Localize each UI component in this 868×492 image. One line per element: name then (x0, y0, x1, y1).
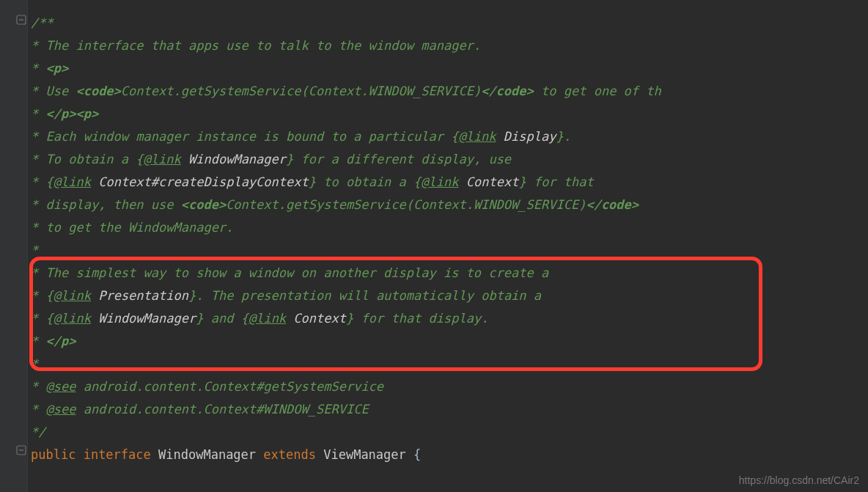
link-tag: @link (249, 311, 286, 326)
javadoc-line: * (31, 106, 45, 121)
link-tag: @link (458, 129, 496, 144)
javadoc-text: to get one of th (534, 84, 661, 98)
brace: { (45, 175, 53, 189)
fold-minus-icon[interactable] (16, 444, 26, 454)
link-tag: @link (54, 311, 91, 326)
html-tag: <code> (76, 84, 120, 98)
javadoc-line: * (31, 334, 45, 348)
javadoc-line: * (31, 356, 38, 371)
code-ref: Context.getSystemService(Context.WINDOW_… (226, 197, 586, 212)
javadoc-text: to obtain a (316, 175, 413, 189)
keyword-extends: extends (263, 447, 323, 462)
sp (91, 175, 98, 189)
link-tag: @link (421, 175, 458, 189)
code-editor[interactable]: /** * The interface that apps use to tal… (31, 12, 868, 466)
sp (459, 175, 466, 189)
javadoc-line: * (31, 379, 45, 394)
sp (76, 402, 83, 416)
link-target: WindowManager (188, 152, 286, 166)
super-class: ViewManager (323, 447, 413, 462)
brace: { (45, 311, 53, 326)
brace: { (451, 129, 458, 144)
keyword-interface: interface (84, 447, 158, 462)
javadoc-text: for that display. (353, 311, 488, 326)
fold-minus-icon[interactable] (16, 13, 26, 23)
javadoc-line: * (31, 175, 45, 189)
sp (91, 311, 98, 326)
brace: } (309, 175, 316, 189)
javadoc-text: for a different display, use (293, 152, 511, 166)
html-tag: <code> (181, 197, 226, 212)
see-tag: @see (45, 402, 76, 416)
javadoc-line: * The simplest way to show a window on a… (31, 265, 548, 280)
watermark-text: https://blog.csdn.net/CAir2 (739, 474, 859, 486)
javadoc-line: * (31, 311, 45, 326)
brace: } (196, 311, 203, 326)
javadoc-line: * Use (31, 84, 76, 98)
see-target: android.content.Context#WINDOW_SERVICE (84, 402, 369, 416)
javadoc-line: * (31, 61, 45, 76)
link-target: Presentation (98, 288, 188, 303)
brace: { (45, 288, 53, 303)
javadoc-close: */ (31, 425, 45, 439)
brace: } (556, 129, 564, 144)
link-target: Context (293, 311, 346, 326)
sp (91, 288, 98, 303)
html-tag: </p><p> (45, 106, 98, 121)
link-target: Context#createDisplayContext (98, 175, 309, 189)
javadoc-text: . The presentation will automatically ob… (196, 288, 541, 303)
brace: { (413, 175, 421, 189)
link-tag: @link (144, 152, 181, 166)
sp (76, 379, 83, 394)
html-tag: </code> (586, 197, 639, 212)
code-ref: Context.getSystemService(Context.WINDOW_… (121, 84, 481, 98)
link-tag: @link (54, 288, 91, 303)
javadoc-line: * (31, 288, 45, 303)
javadoc-line: * The interface that apps use to talk to… (31, 38, 481, 53)
javadoc-open: /** (31, 15, 54, 30)
brace: } (286, 152, 293, 166)
html-tag: </code> (481, 84, 534, 98)
javadoc-line: * display, then use (31, 197, 181, 212)
link-tag: @link (54, 175, 91, 189)
sp (496, 129, 504, 144)
brace: { (136, 152, 143, 166)
brace: } (346, 311, 353, 326)
javadoc-line: * to get the WindowManager. (31, 220, 233, 235)
javadoc-line: * (31, 402, 45, 416)
class-name: WindowManager (158, 447, 263, 462)
javadoc-line: * (31, 243, 38, 257)
editor-gutter (0, 0, 28, 492)
keyword-public: public (31, 447, 84, 462)
sp (181, 152, 188, 166)
brace: { (241, 311, 249, 326)
brace: } (188, 288, 196, 303)
see-tag: @see (45, 379, 76, 394)
javadoc-line: * Each window manager instance is bound … (31, 129, 451, 144)
javadoc-line: * To obtain a (31, 152, 136, 166)
link-target: WindowManager (98, 311, 196, 326)
sp (286, 311, 293, 326)
javadoc-text: . (564, 129, 571, 144)
brace: } (518, 175, 526, 189)
javadoc-text: and (203, 311, 240, 326)
link-target: Context (466, 175, 519, 189)
html-tag: <p> (45, 61, 68, 76)
html-tag: </p> (45, 334, 76, 348)
open-brace: { (413, 447, 421, 462)
see-target: android.content.Context#getSystemService (84, 379, 383, 394)
javadoc-text: for that (526, 175, 594, 189)
link-target: Display (504, 129, 556, 144)
